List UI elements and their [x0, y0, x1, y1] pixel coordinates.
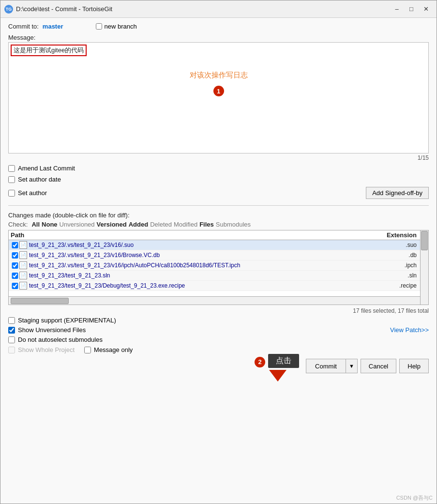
window-controls: – □ ✕: [390, 4, 433, 15]
files-list: 📄 test_9_21_23/.vs/test_9_21_23/v16/.suo…: [9, 240, 428, 291]
check-versioned[interactable]: Versioned: [97, 221, 127, 228]
file-checkbox-1[interactable]: [11, 242, 19, 248]
amend-last-commit-checkbox[interactable]: [8, 165, 15, 172]
cancel-button[interactable]: Cancel: [361, 359, 396, 373]
show-whole-project-checkbox[interactable]: [8, 347, 15, 353]
file-path-4: test_9_21_23/test_9_21_23.sln: [29, 272, 383, 279]
step2-container: 2 点击: [255, 354, 299, 382]
table-row[interactable]: 📄 test_9_21_23/test_9_21_23/Debug/test_9…: [9, 281, 428, 291]
step1-badge: 1: [213, 86, 224, 96]
show-unversioned-checkbox[interactable]: [8, 327, 15, 334]
changes-title: Changes made (double-click on file for d…: [8, 212, 429, 219]
set-author-row: Set author Add Signed-off-by: [8, 187, 429, 199]
bottom-options: Staging support (EXPERIMENTAL) Show Unve…: [8, 316, 390, 344]
file-checkbox-5[interactable]: [11, 283, 19, 289]
help-button[interactable]: Help: [399, 359, 429, 373]
vertical-scrollbar[interactable]: [420, 230, 428, 305]
horiz-thumb[interactable]: [11, 298, 69, 304]
extra-options-row: Show Whole Project Message only: [8, 346, 429, 354]
commit-dropdown-button[interactable]: ▼: [346, 359, 358, 373]
set-author-date-row: Set author date: [8, 176, 429, 183]
col-path-header: Path: [11, 231, 383, 239]
char-count: 1/15: [8, 154, 429, 161]
file-path-2: test_9_21_23/.vs/test_9_21_23/v16/Browse…: [29, 252, 383, 259]
watermark: CSDN @吾与C: [0, 493, 437, 504]
close-button[interactable]: ✕: [419, 4, 433, 15]
file-icon-2: 📄: [19, 251, 27, 259]
check-none[interactable]: None: [42, 221, 58, 228]
set-author-date-checkbox[interactable]: [8, 176, 15, 183]
step2-badge-row: 2 点击: [255, 354, 299, 368]
commit-to-label: Commit to:: [8, 23, 39, 30]
amend-last-commit-row: Amend Last Commit: [8, 165, 429, 172]
check-files[interactable]: Files: [199, 221, 214, 228]
file-checkbox-2[interactable]: [11, 252, 19, 259]
app-icon: TG: [4, 5, 13, 14]
set-author-date-label: Set author date: [18, 176, 61, 183]
message-hint: 对该次操作写日志 1: [11, 71, 426, 96]
table-row[interactable]: 📄 test_9_21_23/.vs/test_9_21_23/v16/.suo…: [9, 240, 428, 250]
files-count-row: 17 files selected, 17 files total: [8, 307, 429, 314]
set-author-checkbox[interactable]: [8, 190, 15, 197]
message-section: Message: 这是用于测试gitee的代码 对该次操作写日志 1 1/15: [8, 34, 429, 161]
do-not-autoselect-checkbox[interactable]: [8, 336, 15, 343]
new-branch-row: new branch: [96, 23, 136, 30]
set-author-label: Set author: [18, 189, 47, 197]
new-branch-label: new branch: [104, 23, 136, 30]
message-only-checkbox[interactable]: [84, 347, 91, 353]
file-checkbox-3[interactable]: [11, 262, 19, 269]
options-patch-row: Staging support (EXPERIMENTAL) Show Unve…: [8, 316, 429, 344]
title-bar: TG D:\code\test - Commit - TortoiseGit –…: [0, 0, 437, 18]
check-added[interactable]: Added: [129, 221, 148, 228]
check-deleted[interactable]: Deleted: [150, 221, 172, 228]
message-label: Message:: [8, 34, 429, 41]
check-submodules[interactable]: Submodules: [216, 221, 251, 228]
files-count: 17 files selected, 17 files total: [353, 307, 429, 314]
table-row[interactable]: 📄 test_9_21_23/.vs/test_9_21_23/v16/ipch…: [9, 260, 428, 271]
show-unversioned-label: Show Unversioned Files: [18, 326, 86, 334]
message-only-row: Message only: [84, 346, 133, 353]
scroll-thumb[interactable]: [421, 231, 428, 250]
minimize-button[interactable]: –: [390, 4, 404, 15]
staging-support-label: Staging support (EXPERIMENTAL): [18, 317, 116, 324]
commit-button-group: Commit ▼: [306, 359, 358, 373]
main-window: TG D:\code\test - Commit - TortoiseGit –…: [0, 0, 437, 504]
files-table: Path Extension 📄 test_9_21_23/.vs/test_9…: [8, 230, 429, 305]
commit-to-row: Commit to: master new branch: [8, 23, 429, 30]
file-path-5: test_9_21_23/test_9_21_23/Debug/test_9_2…: [29, 282, 383, 289]
staging-support-row: Staging support (EXPERIMENTAL): [8, 317, 390, 324]
check-row: Check: All None Unversioned Versioned Ad…: [8, 221, 429, 228]
table-row[interactable]: 📄 test_9_21_23/.vs/test_9_21_23/v16/Brow…: [9, 250, 428, 260]
maximize-button[interactable]: □: [405, 4, 418, 15]
staging-support-checkbox[interactable]: [8, 317, 15, 324]
show-whole-project-label: Show Whole Project: [18, 346, 75, 353]
check-all[interactable]: All: [31, 221, 40, 228]
do-not-autoselect-row: Do not autoselect submodules: [8, 336, 390, 343]
files-table-header: Path Extension: [9, 230, 428, 240]
main-content: Commit to: master new branch Message: 这是…: [0, 18, 437, 493]
add-signedoff-button[interactable]: Add Signed-off-by: [366, 187, 429, 199]
check-modified[interactable]: Modified: [174, 221, 197, 228]
file-path-1: test_9_21_23/.vs/test_9_21_23/v16/.suo: [29, 242, 383, 248]
arrow-down-icon: [269, 370, 286, 382]
message-typed-text: 这是用于测试gitee的代码: [11, 45, 87, 56]
step2-badge: 2: [255, 357, 265, 367]
message-textarea[interactable]: 这是用于测试gitee的代码 对该次操作写日志 1: [8, 42, 429, 153]
view-patch-link[interactable]: View Patch>>: [390, 326, 429, 334]
window-title: D:\code\test - Commit - TortoiseGit: [16, 5, 390, 13]
action-row: 2 点击 Commit ▼ Cancel Help: [8, 359, 429, 386]
file-icon-1: 📄: [19, 241, 27, 249]
show-whole-project-row: Show Whole Project: [8, 346, 75, 353]
table-row[interactable]: 📄 test_9_21_23/test_9_21_23.sln .sln: [9, 271, 428, 281]
amend-last-commit-label: Amend Last Commit: [18, 165, 75, 172]
step2-tooltip: 点击: [268, 354, 299, 368]
new-branch-checkbox[interactable]: [96, 23, 102, 30]
branch-name: master: [43, 23, 63, 30]
show-unversioned-row: Show Unversioned Files: [8, 326, 390, 334]
horizontal-scrollbar[interactable]: [9, 296, 420, 305]
file-icon-3: 📄: [19, 261, 27, 269]
file-checkbox-4[interactable]: [11, 273, 19, 279]
check-unversioned[interactable]: Unversioned: [60, 221, 95, 228]
check-label: Check:: [8, 221, 28, 228]
commit-button[interactable]: Commit: [306, 359, 346, 373]
